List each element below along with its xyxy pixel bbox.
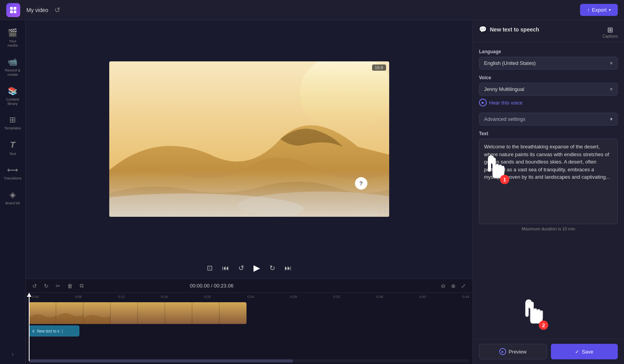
video-canvas [109, 61, 389, 217]
export-chevron-icon: ▾ [609, 8, 611, 12]
advanced-settings-toggle[interactable]: Advanced settings ▾ [479, 113, 618, 125]
right-panel-footer: ▶ Preview ✓ Save [473, 339, 624, 364]
your-media-icon: 🎬 [8, 28, 17, 37]
fit-button[interactable]: ⤢ [459, 282, 468, 290]
language-label: Language [479, 49, 618, 54]
captions-button[interactable]: ⊞ Captions [603, 26, 618, 38]
sidebar-item-transitions[interactable]: ⟷ Transitions [2, 161, 24, 184]
language-chevron-icon: ▾ [610, 60, 613, 66]
duplicate-button[interactable]: ⧉ [78, 281, 86, 290]
advanced-settings-chevron-icon: ▾ [610, 116, 613, 122]
playhead [29, 293, 30, 361]
hear-voice-label: Hear this voice [489, 100, 523, 106]
svg-rect-0 [10, 7, 13, 10]
text-field-group: Text [479, 131, 618, 224]
voice-dropdown[interactable]: Jenny Multilingual ▾ [479, 83, 618, 96]
expand-button[interactable]: ⛶ [379, 206, 386, 214]
zoom-out-button[interactable]: ⊖ [439, 282, 447, 290]
cut-button[interactable]: ✂ [54, 282, 62, 290]
redo-button[interactable]: ↻ [42, 282, 51, 290]
sidebar-item-templates[interactable]: ⊞ Templates [2, 111, 24, 134]
right-panel: 💬 New text to speech ⊞ Captions Language… [472, 20, 624, 364]
play-button[interactable]: ▶ [252, 261, 262, 275]
text-label: Text [479, 131, 618, 136]
skip-forward-button[interactable]: ⏭ [283, 263, 293, 274]
delete-button[interactable]: 🗑 [65, 282, 75, 290]
canvas-area: 16:9 ? ⛶ [26, 20, 472, 258]
speech-track-label: New text to s [37, 329, 59, 333]
hear-voice-button[interactable]: ▶ Hear this voice [479, 98, 523, 107]
app-logo [6, 3, 20, 17]
text-to-speech-icon: 💬 [479, 26, 487, 33]
playhead-head [27, 293, 31, 297]
sidebar-item-content-library[interactable]: 📚 Content library [2, 82, 24, 110]
video-track-inner[interactable] [29, 302, 246, 324]
voice-label: Voice [479, 75, 618, 80]
main-layout: 🎬 Your media 📹 Record &create 📚 Content … [0, 20, 624, 364]
svg-rect-1 [14, 7, 16, 10]
advanced-settings-label: Advanced settings [484, 116, 525, 122]
voice-field-group: Voice Jenny Multilingual ▾ ▶ Hear this v… [479, 75, 618, 107]
text-input[interactable] [479, 139, 618, 224]
voice-value: Jenny Multilingual [484, 86, 524, 92]
save-label: Save [582, 349, 593, 355]
hear-voice-play-icon: ▶ [479, 99, 487, 106]
preview-label: Preview [509, 349, 526, 355]
svg-rect-3 [14, 10, 16, 13]
record-create-icon: 📹 [8, 57, 17, 66]
pause-icon: ⏸ [31, 329, 35, 333]
left-sidebar: 🎬 Your media 📹 Record &create 📚 Content … [0, 20, 26, 364]
topbar: My video ↺ ↑ Export ▾ [0, 0, 624, 20]
crop-button[interactable]: ⊡ [205, 262, 214, 274]
max-duration-text: Maximum duration is 10 min [479, 226, 618, 231]
sidebar-item-text[interactable]: T Text [2, 136, 24, 160]
timeline-ruler: 0:04 0:08 0:12 0:16 0:20 0:24 0:28 0:32 … [26, 293, 472, 301]
save-button[interactable]: ✓ Save [551, 344, 618, 359]
language-value: English (United States) [484, 60, 536, 66]
desert-scene [109, 61, 389, 217]
templates-icon: ⊞ [9, 115, 16, 124]
voice-chevron-icon: ▾ [610, 86, 613, 92]
speech-track-item[interactable]: ⏸ New text to s | [29, 326, 79, 336]
text-icon: T [10, 140, 15, 150]
export-section: ↑ Export ▾ [580, 4, 618, 16]
export-button[interactable]: ↑ Export ▾ [580, 4, 618, 16]
canvas-wrapper: 16:9 ? ⛶ [109, 61, 389, 217]
sidebar-item-record-create[interactable]: 📹 Record &create [2, 53, 24, 81]
transitions-icon: ⟷ [7, 165, 18, 174]
sidebar-expand[interactable]: › [12, 348, 14, 361]
horizontal-scrollbar[interactable] [29, 359, 469, 362]
scrollbar-thumb[interactable] [29, 359, 293, 362]
captions-icon: ⊞ [607, 26, 613, 34]
preview-button[interactable]: ▶ Preview [479, 344, 547, 359]
right-panel-body: Language English (United States) ▾ Voice… [473, 43, 624, 339]
right-panel-title: New text to speech [490, 26, 539, 33]
skip-back-button[interactable]: ⏮ [220, 263, 231, 274]
captions-label: Captions [603, 34, 618, 38]
save-check-icon: ✓ [575, 349, 579, 355]
video-title: My video [26, 7, 48, 13]
preview-play-icon: ▶ [499, 348, 506, 355]
sidebar-item-brand[interactable]: ◈ Brand kit [2, 186, 24, 209]
svg-rect-2 [10, 10, 13, 13]
sidebar-item-your-media[interactable]: 🎬 Your media [2, 24, 24, 52]
timeline-tracks: 0:04 0:08 0:12 0:16 0:20 0:24 0:28 0:32 … [26, 293, 472, 364]
playback-controls: ⊡ ⏮ ↺ ▶ ↻ ⏭ [26, 258, 472, 279]
zoom-in-button[interactable]: ⊕ [449, 282, 458, 290]
rewind-button[interactable]: ↺ [237, 262, 246, 274]
help-button[interactable]: ? [355, 177, 367, 190]
timeline-toolbar: ↺ ↻ ✂ 🗑 ⧉ 00:00.00 / 00:23.06 ⊖ ⊕ ⤢ [26, 279, 472, 293]
right-panel-header: 💬 New text to speech ⊞ Captions [473, 20, 624, 43]
fast-forward-button[interactable]: ↻ [268, 262, 277, 274]
language-dropdown[interactable]: English (United States) ▾ [479, 57, 618, 70]
undo-button[interactable]: ↺ [30, 282, 39, 290]
export-icon: ↑ [587, 7, 590, 13]
video-thumbnails [29, 302, 246, 324]
timeline-area: ↺ ↻ ✂ 🗑 ⧉ 00:00.00 / 00:23.06 ⊖ ⊕ ⤢ [26, 279, 472, 364]
timeline-time: 00:00.00 / 00:23.06 [190, 283, 233, 289]
video-track [29, 302, 469, 324]
resize-handle[interactable]: | [62, 329, 63, 333]
speech-track: ⏸ New text to s | [29, 326, 469, 336]
history-icon[interactable]: ↺ [54, 6, 60, 14]
center-area: 16:9 ? ⛶ ⊡ ⏮ ↺ ▶ ↻ ⏭ ↺ ↻ ✂ 🗑 ⧉ 00:00.00 [26, 20, 472, 364]
